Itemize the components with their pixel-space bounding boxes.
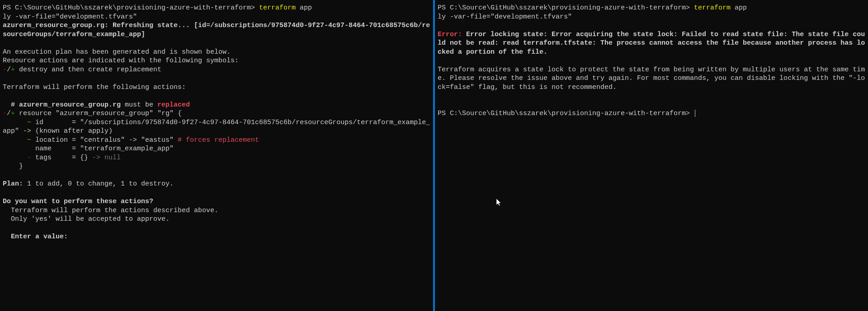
cmd-continuation: ly -var-file="development.tfvars"	[3, 13, 430, 22]
terminal-pane-right[interactable]: PS C:\Source\GitHub\sszarek\provisioning…	[435, 0, 868, 311]
close-brace: }	[3, 162, 430, 171]
prompt-line-2: PS C:\Source\GitHub\sszarek\provisioning…	[438, 109, 865, 118]
cmd-continuation: ly -var-file="development.tfvars"	[438, 13, 865, 22]
resource-declaration: -/+ resource "azurerm_resource_group" "r…	[3, 109, 430, 118]
text-cursor	[695, 110, 695, 117]
error-block: Error: Error locking state: Error acquir…	[438, 30, 865, 57]
error-explanation: Terraform acquires a state lock to prote…	[438, 65, 865, 92]
actions-intro: Terraform will perform the following act…	[3, 83, 430, 92]
resource-comment: # azurerm_resource_group.rg must be repl…	[3, 101, 430, 110]
refresh-state-line: azurerm_resource_group.rg: Refreshing st…	[3, 21, 430, 39]
tags-attr: - tags = {} -> null	[3, 153, 430, 162]
name-attr: name = "terraform_example_app"	[3, 144, 430, 153]
symbol-legend: -/+ destroy and then create replacement	[3, 65, 430, 74]
confirm-line-2: Only 'yes' will be accepted to approve.	[3, 215, 430, 224]
terminal-pane-left[interactable]: PS C:\Source\GitHub\sszarek\provisioning…	[0, 0, 435, 311]
confirm-line-1: Terraform will perform the actions descr…	[3, 206, 430, 215]
plan-intro-1: An execution plan has been generated and…	[3, 48, 430, 57]
id-attr: ~ id = "/subscriptions/975874d0-9f27-4c9…	[3, 118, 430, 136]
prompt-line: PS C:\Source\GitHub\sszarek\provisioning…	[3, 4, 430, 13]
confirm-question: Do you want to perform these actions?	[3, 197, 430, 206]
location-attr: ~ location = "centralus" -> "eastus" # f…	[3, 136, 430, 145]
enter-value-prompt: Enter a value:	[3, 232, 430, 241]
plan-intro-2: Resource actions are indicated with the …	[3, 56, 430, 65]
plan-summary: Plan: 1 to add, 0 to change, 1 to destro…	[3, 180, 430, 189]
prompt-line: PS C:\Source\GitHub\sszarek\provisioning…	[438, 4, 865, 13]
